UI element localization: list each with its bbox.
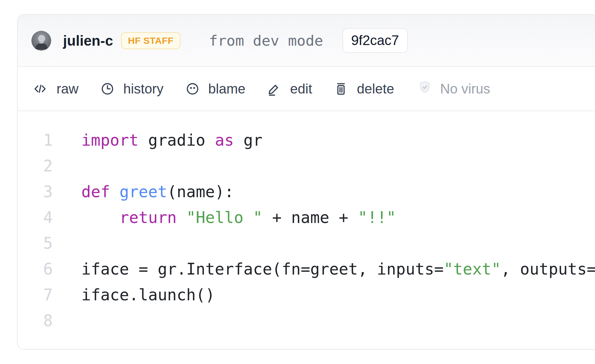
clock-icon <box>100 82 115 96</box>
page: { "header": { "username": "julien-c", "b… <box>0 0 595 364</box>
code-token: greet <box>120 183 167 201</box>
code-token: iface.launch() <box>81 286 215 304</box>
staff-badge: HF STAFF <box>121 32 180 49</box>
virus-status-label: No virus <box>440 81 490 97</box>
edit-label: edit <box>290 81 312 97</box>
code-token: return <box>120 208 177 227</box>
code-line: 6iface = gr.Interface(fn=greet, inputs="… <box>18 256 595 282</box>
commit-header: julien-c HF STAFF from dev mode 9f2cac7 <box>18 15 595 67</box>
code-line: 3def greet(name): <box>18 179 595 205</box>
code-token: gr <box>234 131 262 149</box>
history-label: history <box>123 81 164 97</box>
commit-message: from dev mode <box>209 32 323 49</box>
code-token: (name): <box>167 183 234 201</box>
code-token: "Hello " <box>186 208 263 227</box>
code-token: iface = gr.Interface(fn=greet, inputs= <box>81 260 444 278</box>
raw-label: raw <box>57 81 79 97</box>
pencil-icon <box>267 82 281 96</box>
delete-label: delete <box>357 81 394 97</box>
delete-button[interactable]: delete <box>334 81 394 97</box>
code-token <box>177 208 186 227</box>
raw-button[interactable]: raw <box>32 81 79 97</box>
code-token <box>110 183 120 201</box>
shield-check-icon <box>418 80 432 98</box>
line-number[interactable]: 4 <box>18 205 53 230</box>
code-line: 7iface.launch() <box>18 282 595 308</box>
code-token: import <box>81 131 139 149</box>
face-icon <box>185 82 200 96</box>
edit-button[interactable]: edit <box>267 81 312 97</box>
avatar[interactable] <box>31 31 51 51</box>
code-line: 2 <box>18 153 595 179</box>
virus-scan-status: No virus <box>418 80 490 98</box>
commit-hash-button[interactable]: 9f2cac7 <box>343 28 408 53</box>
code-line: 4 return "Hello " + name + "!!" <box>18 205 595 230</box>
line-number[interactable]: 6 <box>18 256 53 282</box>
code-lines: 1import gradio as gr2 3def greet(name):4… <box>18 127 595 334</box>
blame-label: blame <box>208 81 246 97</box>
line-number[interactable]: 3 <box>18 179 53 205</box>
code-token: , outputs= <box>501 260 595 278</box>
code-line-content: def greet(name): <box>81 179 234 205</box>
avatar-photo <box>31 31 51 51</box>
line-number[interactable]: 8 <box>18 308 53 334</box>
line-number[interactable]: 7 <box>18 282 53 308</box>
line-number[interactable]: 1 <box>18 127 53 153</box>
code-token: "!!" <box>358 208 396 227</box>
code-line: 1import gradio as gr <box>18 127 595 153</box>
trash-icon <box>334 82 348 96</box>
code-line-content: iface = gr.Interface(fn=greet, inputs="t… <box>81 256 595 282</box>
code-token: as <box>215 131 234 149</box>
code-icon <box>32 82 48 96</box>
code-line-content <box>81 230 91 256</box>
file-toolbar: raw history blame <box>18 67 595 111</box>
code-line-content: iface.launch() <box>81 282 215 308</box>
code-token: "text" <box>444 260 501 278</box>
code-token <box>81 208 120 227</box>
code-line-content <box>81 308 91 334</box>
code-line: 5 <box>18 230 595 256</box>
code-line-content: return "Hello " + name + "!!" <box>81 205 396 230</box>
code-token: gradio <box>139 131 215 149</box>
code-line-content <box>81 153 91 179</box>
code-line-content: import gradio as gr <box>81 127 262 153</box>
line-number[interactable]: 5 <box>18 230 53 256</box>
code-line: 8 <box>18 308 595 334</box>
code-viewer: 1import gradio as gr2 3def greet(name):4… <box>18 111 595 334</box>
line-number[interactable]: 2 <box>18 153 53 179</box>
code-token: def <box>81 183 110 201</box>
code-token: + name + <box>262 208 358 227</box>
history-button[interactable]: history <box>100 81 164 97</box>
blame-button[interactable]: blame <box>185 81 246 97</box>
file-viewer-card: julien-c HF STAFF from dev mode 9f2cac7 … <box>17 14 595 350</box>
username-link[interactable]: julien-c <box>63 32 113 49</box>
